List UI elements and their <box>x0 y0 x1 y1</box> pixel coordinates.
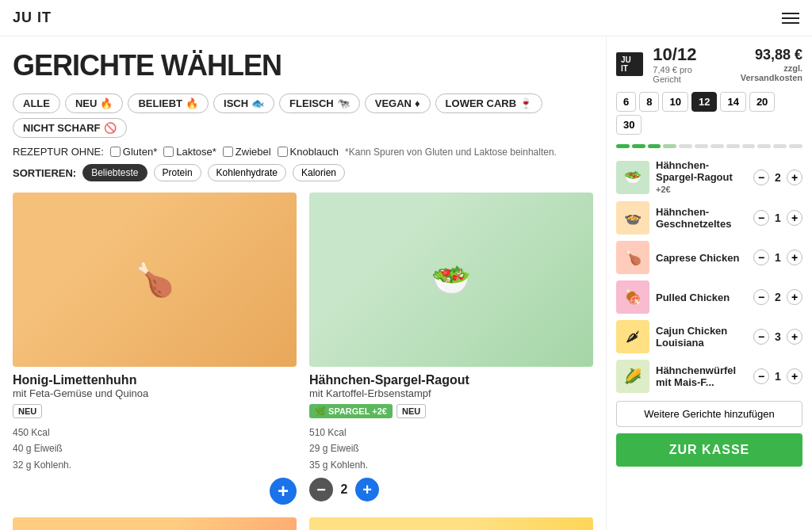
order-item-geschnetzeltes: 🍲 Hähnchen-Geschnetzeltes − 1 + <box>616 201 802 234</box>
hamburger-menu[interactable] <box>782 13 799 24</box>
zur-kasse-button[interactable]: ZUR KASSE <box>616 433 802 467</box>
meal-tags-spargel: 🌿 SPARGEL +2€ NEU <box>309 404 593 418</box>
order-count-block: 10/12 7,49 € pro Gericht <box>653 44 717 84</box>
order-plus-caprese[interactable]: + <box>787 250 802 265</box>
knoblauch-checkbox[interactable] <box>278 147 288 157</box>
plus-spargel-button[interactable]: + <box>355 478 379 501</box>
sort-beliebteste[interactable]: Beliebteste <box>82 164 147 181</box>
filter-fleisch[interactable]: FLEISCH 🐄 <box>279 93 360 113</box>
zwiebel-checkbox[interactable] <box>223 147 233 157</box>
prog-seg-10 <box>757 144 771 148</box>
order-qty-geschnetzeltes: − 1 + <box>753 210 802 226</box>
meal-subtitle-spargel: mit Kartoffel-Erbsenstampf <box>309 387 593 399</box>
hamburger-line-2 <box>782 17 799 19</box>
price-tag-spargel: +2€ <box>656 185 671 194</box>
portion-14[interactable]: 14 <box>720 92 745 112</box>
meal-emoji-spargel: 🥗 <box>309 193 593 367</box>
filter-nicht-scharf[interactable]: NICHT SCHARF 🚫 <box>13 118 127 138</box>
order-minus-geschnetzeltes[interactable]: − <box>753 210 769 226</box>
qty-num-spargel: 2 <box>338 482 350 497</box>
fire-icon-2: 🔥 <box>186 97 198 109</box>
order-name-cajun: Cajun Chicken Louisiana <box>656 325 747 349</box>
meal-image-honig: 🍗 <box>13 193 297 367</box>
sort-protein[interactable]: Protein <box>154 164 201 181</box>
order-item-pulled: 🍖 Pulled Chicken − 2 + <box>616 280 802 314</box>
prog-seg-9 <box>742 144 756 148</box>
tag-spargel: 🌿 SPARGEL +2€ <box>309 404 393 418</box>
order-name-caprese: Caprese Chicken <box>656 252 747 264</box>
filter-beliebt-label: BELIEBT <box>138 97 182 109</box>
filter-alle[interactable]: ALLE <box>13 93 60 113</box>
laktose-check[interactable]: Laktose* <box>163 146 216 158</box>
zwiebel-check[interactable]: Zwiebel <box>223 146 271 158</box>
portion-30[interactable]: 30 <box>616 115 642 135</box>
order-plus-geschnetzeltes[interactable]: + <box>787 210 802 226</box>
knoblauch-check[interactable]: Knoblauch <box>278 146 339 158</box>
order-count: 10/12 <box>653 44 717 65</box>
sort-kohlenhydrate[interactable]: Kohlenhydrate <box>208 164 286 181</box>
gluten-check[interactable]: Gluten* <box>110 146 157 158</box>
order-minus-haehnchen[interactable]: − <box>753 368 769 384</box>
order-qty-num-caprese: 1 <box>772 251 783 264</box>
filter-nicht-scharf-label: NICHT SCHARF <box>23 122 101 134</box>
meal-footer-honig: + <box>13 478 297 505</box>
portion-12[interactable]: 12 <box>691 92 717 112</box>
protein-honig: 40 g Eiweiß <box>13 440 297 456</box>
portion-10[interactable]: 10 <box>662 92 688 112</box>
sort-kalorien[interactable]: Kalorien <box>293 164 345 181</box>
filter-neu[interactable]: NEU 🔥 <box>65 93 123 113</box>
gluten-checkbox[interactable] <box>110 147 121 157</box>
order-thumb-spargel: 🥗 <box>616 161 649 194</box>
hamburger-line-1 <box>782 13 799 14</box>
order-name-spargel: Hähnchen-Spargel-Ragout +2€ <box>656 159 747 195</box>
add-honig-button[interactable]: + <box>270 478 297 505</box>
carbs-honig: 32 g Kohlenh. <box>13 457 297 473</box>
progress-bar <box>616 144 802 148</box>
mehr-gerichte-button[interactable]: Weitere Gerichte hinzufügen <box>616 401 802 427</box>
order-qty-spargel: − 2 + <box>753 170 802 185</box>
laktose-checkbox[interactable] <box>163 147 174 157</box>
order-plus-pulled[interactable]: + <box>787 289 802 305</box>
recipe-note: *Kann Spuren von Gluten und Laktose bein… <box>345 147 557 158</box>
prog-seg-7 <box>710 144 724 148</box>
filter-vegan[interactable]: VEGAN ♦ <box>365 93 431 113</box>
prog-seg-6 <box>695 144 708 148</box>
tag-neu-honig: NEU <box>13 404 42 418</box>
kcal-honig: 450 Kcal <box>13 425 297 440</box>
order-price-block: 93,88 € zzgl. Versandkosten <box>726 47 802 82</box>
order-items-list: 🥗 Hähnchen-Spargel-Ragout +2€ − 2 + 🍲 Hä… <box>616 159 802 393</box>
order-name-pulled: Pulled Chicken <box>656 292 747 303</box>
order-minus-cajun[interactable]: − <box>753 329 769 345</box>
order-thumb-cajun: 🌶 <box>616 320 649 353</box>
prog-seg-2 <box>632 144 645 148</box>
filter-beliebt[interactable]: BELIEBT 🔥 <box>128 93 209 113</box>
fish-icon: 🐟 <box>251 97 264 109</box>
prog-seg-1 <box>616 144 630 148</box>
filter-isch[interactable]: ISCH 🐟 <box>213 93 274 113</box>
vegan-icon: ♦ <box>415 97 420 109</box>
order-plus-spargel[interactable]: + <box>787 170 802 185</box>
order-thumb-geschnetzeltes: 🍲 <box>616 201 649 234</box>
order-item-spargel: 🥗 Hähnchen-Spargel-Ragout +2€ − 2 + <box>616 159 802 195</box>
minus-spargel-button[interactable]: − <box>309 478 333 501</box>
order-summary-header: JU IT 10/12 7,49 € pro Gericht 93,88 € z… <box>616 44 802 84</box>
order-qty-num-cajun: 3 <box>772 330 783 343</box>
meal-image-spargel: 🥗 <box>309 193 593 367</box>
meal-card-spargel: 🥗 Hähnchen-Spargel-Ragout mit Kartoffel-… <box>309 193 593 505</box>
sort-row: SORTIEREN: Beliebteste Protein Kohlenhyd… <box>13 164 593 181</box>
order-plus-haehnchen[interactable]: + <box>787 368 802 384</box>
order-minus-spargel[interactable]: − <box>753 170 769 185</box>
filter-isch-label: ISCH <box>224 97 248 109</box>
bottom-card-row: 🍛 🥘 <box>13 517 593 530</box>
portion-6[interactable]: 6 <box>616 92 636 112</box>
order-name-geschnetzeltes: Hähnchen-Geschnetzeltes <box>656 206 747 230</box>
carbs-spargel: 35 g Kohlenh. <box>309 457 593 473</box>
logo: JU IT <box>13 10 52 26</box>
order-minus-pulled[interactable]: − <box>753 289 769 305</box>
portion-20[interactable]: 20 <box>749 92 775 112</box>
portion-8[interactable]: 8 <box>639 92 659 112</box>
order-minus-caprese[interactable]: − <box>753 250 769 265</box>
filter-lower-carb[interactable]: LOWER CARB 🍷 <box>435 93 543 113</box>
recipe-without-row: REZEPTUR OHNE: Gluten* Laktose* Zwiebel … <box>13 146 593 158</box>
order-plus-cajun[interactable]: + <box>787 329 802 345</box>
